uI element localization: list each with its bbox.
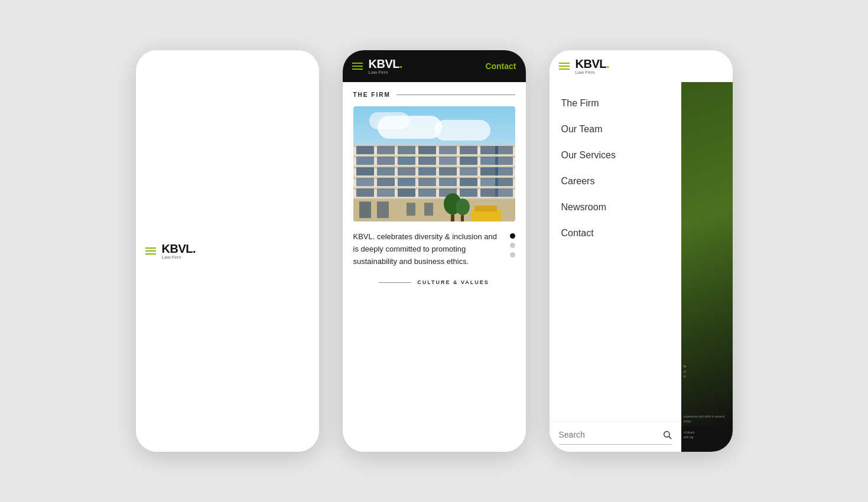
svg-rect-40 [398,157,415,165]
svg-rect-55 [377,178,395,186]
svg-point-79 [456,198,470,215]
svg-rect-57 [418,178,436,186]
search-input[interactable] [559,430,662,439]
hamburger-menu-3[interactable] [559,63,570,70]
svg-rect-42 [439,157,457,165]
svg-rect-73 [407,203,415,216]
svg-rect-64 [398,188,415,197]
logo-text-3: KBVL. [576,57,610,71]
svg-rect-32 [398,146,415,154]
svg-rect-72 [377,201,389,218]
bg-text-left3: d. [684,374,730,379]
menu-item-contact[interactable]: Contact [561,220,669,246]
dot-1-active[interactable] [510,233,515,239]
logo-sub: Law Firm [162,255,196,260]
building-image [353,106,515,221]
svg-rect-62 [356,188,374,197]
logo-sub-2: Law Firm [369,70,403,75]
bottom-bar: of divers with sig [681,426,733,452]
menu-item-our-team[interactable]: Our Team [561,116,669,142]
svg-rect-53 [495,167,513,175]
svg-rect-67 [460,188,477,197]
phone-3: KBVL. Law Firm te ct d. The Firm Our Tea… [550,50,733,452]
menu-overlay: The Firm Our Team Our Services Careers N… [550,81,681,426]
menu-item-newsroom[interactable]: Newsroom [561,194,669,220]
body-text: KBVL. celebrates diversity & inclusion a… [353,231,503,268]
svg-rect-59 [460,178,477,186]
svg-rect-39 [377,157,395,165]
svg-rect-80 [461,215,464,221]
svg-rect-51 [460,167,477,175]
bg-panel: te ct d. [681,81,733,426]
bg-text-left: te [684,364,730,369]
svg-rect-48 [398,167,415,175]
svg-rect-43 [460,157,477,165]
logo-text: KBVL. [162,242,196,256]
svg-rect-58 [439,178,457,186]
svg-rect-31 [377,146,395,154]
logo-text-2: KBVL. [369,57,403,71]
svg-rect-49 [418,167,436,175]
contact-label[interactable]: Contact [485,61,516,71]
svg-rect-78 [451,214,454,221]
section-label: THE FIRM [353,92,391,98]
dot-3-inactive[interactable] [510,252,515,257]
svg-rect-65 [418,188,436,197]
svg-rect-71 [359,201,371,218]
hamburger-menu-2[interactable] [352,63,363,70]
svg-rect-34 [439,146,457,154]
svg-rect-76 [474,206,497,211]
menu-item-careers[interactable]: Careers [561,168,669,194]
svg-point-81 [664,432,669,437]
svg-rect-30 [356,146,374,154]
phone-2: KBVL. Law Firm Contact THE FIRM [343,50,526,452]
svg-rect-69 [495,188,513,197]
menu-item-our-services[interactable]: Our Services [561,142,669,168]
building-svg [353,135,515,221]
svg-rect-50 [439,167,457,175]
svg-rect-56 [398,178,415,186]
bg-text-left2: ct [684,369,730,374]
svg-rect-54 [356,178,374,186]
culture-label: CULTURE & VALUES [417,279,489,285]
svg-rect-37 [495,146,513,154]
svg-rect-41 [418,157,436,165]
svg-rect-35 [460,146,477,154]
svg-rect-63 [377,188,395,197]
svg-rect-47 [377,167,395,175]
svg-rect-74 [424,203,433,216]
phone-1: KBVL. Law Firm [136,50,319,452]
search-icon [662,429,672,441]
svg-rect-38 [356,157,374,165]
svg-rect-33 [418,146,436,154]
logo-sub-3: Law Firm [576,70,610,75]
svg-line-82 [669,436,671,438]
right-bottom-text: experience and skills in several areas [681,415,733,423]
menu-item-the-firm[interactable]: The Firm [561,90,669,116]
svg-rect-61 [495,178,513,186]
dot-2-inactive[interactable] [510,243,515,248]
hamburger-menu[interactable] [145,247,156,255]
svg-rect-46 [356,167,374,175]
search-area [550,421,681,452]
svg-rect-45 [495,157,513,165]
